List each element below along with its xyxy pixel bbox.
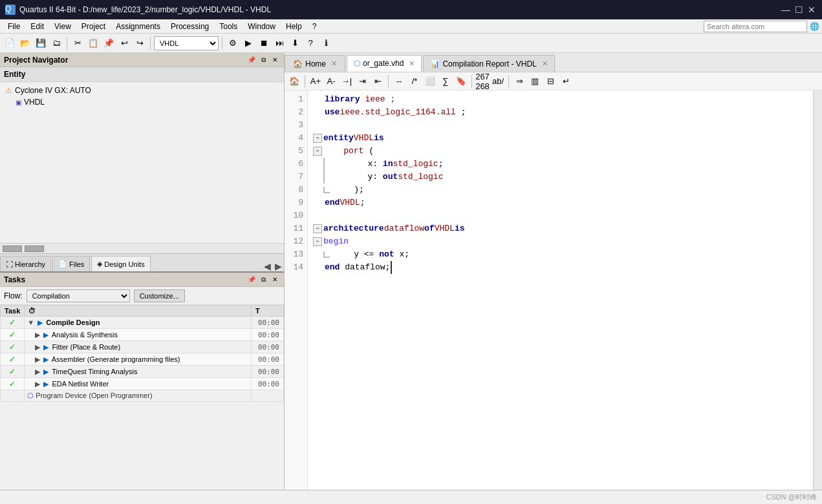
hscroll-thumb1[interactable]: [3, 246, 22, 252]
info-button[interactable]: ℹ: [319, 36, 333, 50]
task-close-button[interactable]: ✕: [270, 275, 280, 285]
task-time-0: 00:00: [252, 317, 284, 329]
nav-pin-button[interactable]: 📌: [246, 55, 257, 65]
fold-btn-12[interactable]: −: [313, 237, 322, 246]
prog-button[interactable]: ⬇: [288, 36, 302, 50]
task-play-0[interactable]: ▶: [38, 319, 43, 326]
menu-assignments[interactable]: Assignments: [111, 21, 166, 32]
block-btn[interactable]: ⬜: [423, 74, 437, 89]
menu-window[interactable]: Window: [243, 21, 281, 32]
tab-or-gate[interactable]: ⬡ or_gate.vhd ✕: [347, 55, 422, 72]
menu-project[interactable]: Project: [76, 21, 111, 32]
save-all-button[interactable]: 🗂: [49, 36, 63, 50]
wrap-btn[interactable]: ↵: [559, 74, 573, 89]
project-nav-body: ⚠ Cyclone IV GX: AUTO ▣ VHDL: [0, 82, 284, 243]
compile-button[interactable]: ⚙: [226, 36, 240, 50]
nav-tab-design-units-label: Design Units: [104, 260, 144, 268]
jump-forward-btn[interactable]: ⇒: [512, 74, 526, 89]
undo-button[interactable]: ↩: [117, 36, 131, 50]
task-label-0: Compile Design: [46, 319, 100, 326]
char-btn[interactable]: ∑: [438, 74, 453, 89]
tab-home[interactable]: 🏠 Home ✕: [285, 55, 345, 72]
help2-button[interactable]: ?: [303, 36, 318, 50]
fold-vbar-6: [323, 158, 325, 171]
nav-close-button[interactable]: ✕: [270, 55, 280, 65]
task-expand-4[interactable]: ▶: [35, 368, 40, 375]
menu-help-icon[interactable]: ?: [307, 21, 322, 32]
task-play-3[interactable]: ▶: [43, 355, 49, 363]
font-bigger-btn[interactable]: A+: [308, 74, 323, 89]
task-expand-1[interactable]: ▶: [35, 331, 40, 339]
uncomment-btn[interactable]: /*: [407, 74, 422, 89]
tree-device[interactable]: ⚠ Cyclone IV GX: AUTO: [3, 85, 281, 96]
minimize-button[interactable]: —: [781, 5, 791, 15]
increase-indent-btn[interactable]: ⇥: [355, 74, 369, 89]
code-line-8: );: [313, 184, 808, 196]
task-expand-2[interactable]: ▶: [35, 343, 40, 351]
task-time-4: 00:00: [252, 366, 284, 378]
menu-edit[interactable]: Edit: [25, 21, 49, 32]
font-smaller-btn[interactable]: A-: [324, 74, 338, 89]
comment-btn[interactable]: --: [392, 74, 406, 89]
fold-btn-11[interactable]: −: [313, 224, 322, 233]
find-replace-btn[interactable]: ab/: [491, 74, 505, 89]
menu-tools[interactable]: Tools: [214, 21, 243, 32]
toolbar-sep3: [222, 37, 222, 50]
decrease-indent-btn[interactable]: ⇤: [371, 74, 385, 89]
menu-view[interactable]: View: [49, 21, 76, 32]
indent-btn[interactable]: →|: [340, 74, 354, 89]
menu-processing[interactable]: Processing: [166, 21, 214, 32]
task-pin-button[interactable]: 📌: [246, 275, 257, 285]
nav-float-button[interactable]: ⧉: [258, 55, 268, 65]
tab-report-close[interactable]: ✕: [542, 59, 548, 68]
col-select-btn[interactable]: ▥: [528, 74, 542, 89]
step-button[interactable]: ⏭: [272, 36, 287, 50]
redo-button[interactable]: ↪: [133, 36, 147, 50]
tab-or-gate-close[interactable]: ✕: [409, 59, 415, 68]
tree-vhdl[interactable]: ▣ VHDL: [3, 96, 281, 108]
new-button[interactable]: 📄: [3, 36, 17, 50]
nav-tab-design-units[interactable]: ◈ Design Units: [91, 256, 150, 271]
start-button[interactable]: ▶: [241, 36, 255, 50]
hscroll-thumb2[interactable]: [25, 246, 44, 252]
nav-tab-hierarchy[interactable]: ⛶ Hierarchy: [0, 256, 51, 271]
nav-tab-files[interactable]: 📄 Files: [52, 256, 90, 271]
bookmark-btn[interactable]: 🔖: [454, 74, 468, 89]
nav-tab-prev[interactable]: ◀: [262, 261, 273, 271]
tab-home-close[interactable]: ✕: [331, 59, 337, 68]
altera-search-input[interactable]: [704, 21, 807, 32]
code-editor[interactable]: 1234567891011121314 library ieee ;use ie…: [285, 90, 822, 490]
open-button[interactable]: 📂: [18, 36, 32, 50]
editor-tb-sep2: [388, 75, 389, 88]
paste-button[interactable]: 📌: [102, 36, 116, 50]
flow-dropdown[interactable]: Compilation: [27, 289, 130, 302]
task-expand-0[interactable]: ▼: [27, 319, 34, 326]
maximize-button[interactable]: ☐: [794, 5, 804, 15]
task-play-2[interactable]: ▶: [43, 343, 49, 351]
task-play-4[interactable]: ▶: [43, 368, 49, 375]
task-float-button[interactable]: ⧉: [258, 275, 268, 285]
copy-button[interactable]: 📋: [86, 36, 100, 50]
language-dropdown[interactable]: VHDL: [154, 36, 219, 50]
menu-help[interactable]: Help: [281, 21, 307, 32]
task-expand-3[interactable]: ▶: [35, 355, 40, 363]
task-play-1[interactable]: ▶: [43, 331, 49, 339]
task-row-4: ✓ ▶ ▶ TimeQuest Timing Analysis 00:00: [1, 366, 284, 378]
stop-button[interactable]: ⏹: [257, 36, 271, 50]
customize-button[interactable]: Customize...: [134, 289, 185, 302]
cut-button[interactable]: ✂: [70, 36, 85, 50]
save-button[interactable]: 💾: [34, 36, 48, 50]
code-content[interactable]: library ieee ;use ieee.std_logic_1164.al…: [308, 90, 813, 490]
menu-file[interactable]: File: [3, 21, 25, 32]
tab-compilation-report[interactable]: 📊 Compilation Report - VHDL ✕: [423, 55, 554, 72]
fold-btn-4[interactable]: −: [313, 134, 322, 143]
editor-home-btn[interactable]: 🏠: [287, 74, 301, 89]
fold-btn-5[interactable]: −: [313, 147, 322, 156]
line-num-btn[interactable]: 267268: [475, 74, 490, 89]
editor-scrollbar[interactable]: [813, 90, 822, 490]
split-btn[interactable]: ⊟: [543, 74, 557, 89]
task-play-5[interactable]: ▶: [43, 380, 49, 388]
close-button[interactable]: ✕: [806, 5, 817, 15]
task-expand-5[interactable]: ▶: [35, 380, 40, 388]
nav-tab-next[interactable]: ▶: [273, 261, 284, 271]
